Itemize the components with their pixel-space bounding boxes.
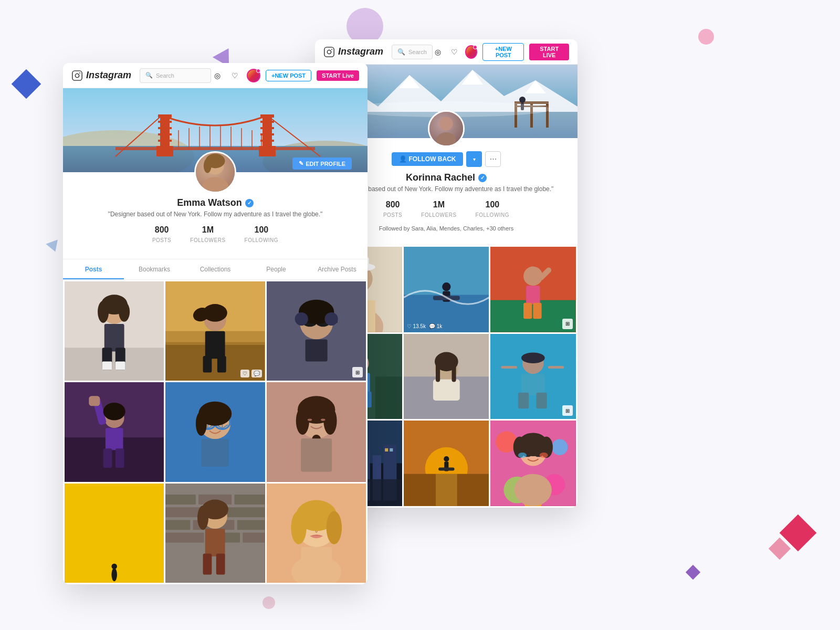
svg-point-222 [197, 506, 208, 530]
back-grid-cell-6[interactable]: ⊞ [490, 334, 576, 419]
svg-point-28 [442, 282, 450, 291]
front-search-bar[interactable]: 🔍 Search [140, 68, 211, 83]
deco-triangle-blue [46, 239, 61, 254]
svg-rect-173 [89, 396, 100, 406]
back-person-icon: 👤 [399, 155, 407, 163]
front-user-avatar[interactable] [247, 69, 260, 82]
svg-rect-81 [436, 474, 457, 506]
svg-rect-211 [165, 520, 190, 530]
tab-bookmarks[interactable]: Bookmarks [124, 259, 185, 279]
front-navbar: Instagram 🔍 Search ◎ ♡ +NEW POST START L… [63, 63, 368, 88]
front-compass-icon[interactable]: ◎ [211, 69, 224, 82]
front-profile-section: ✎ EDIT PROFILE Emma Watson ✓ "Designer b… [63, 172, 368, 259]
svg-point-191 [196, 412, 207, 436]
front-grid-cell-3[interactable]: ⊞ [267, 281, 366, 381]
svg-point-147 [119, 302, 130, 322]
back-dropdown-button[interactable]: ▾ [466, 151, 482, 167]
tab-archive-posts[interactable]: Archive Posts [307, 259, 368, 279]
svg-rect-140 [104, 324, 124, 352]
deco-circle-pink2 [262, 596, 275, 609]
svg-rect-111 [158, 127, 172, 129]
back-profile-avatar[interactable] [428, 110, 465, 147]
back-more-button[interactable]: ··· [485, 151, 501, 167]
back-heart-icon[interactable]: ♡ [449, 46, 460, 58]
back-start-live-button[interactable]: START LIVE [529, 44, 569, 60]
back-search-bar[interactable]: 🔍 Search [392, 45, 433, 59]
svg-rect-132 [116, 147, 315, 150]
front-grid-cell-8[interactable] [165, 484, 265, 583]
back-search-placeholder: Search [408, 49, 427, 55]
svg-point-19 [437, 132, 456, 145]
front-cell3-multi-icon: ⊞ [352, 367, 363, 377]
front-nav-logo: Instagram [71, 70, 131, 81]
front-tabs-bar: Posts Bookmarks Collections People Archi… [63, 259, 368, 280]
back-compass-icon[interactable]: ◎ [433, 46, 444, 58]
front-start-live-button[interactable]: START Live [317, 70, 359, 81]
svg-rect-34 [526, 286, 540, 304]
front-grid-cell-9[interactable] [267, 484, 366, 583]
front-profile-avatar[interactable] [194, 151, 236, 193]
front-grid-cell-5[interactable] [165, 382, 265, 481]
back-search-icon: 🔍 [397, 48, 405, 56]
svg-point-176 [103, 403, 125, 421]
front-grid-cell-7[interactable] [65, 484, 164, 583]
svg-point-196 [323, 407, 337, 435]
svg-point-18 [439, 117, 453, 131]
back-follow-back-button[interactable]: 👤 FOLLOW BACK [392, 152, 464, 166]
back-nav-logo: Instagram [323, 46, 383, 58]
tab-collections[interactable]: Collections [185, 259, 246, 279]
back-grid-cell-2[interactable]: ♡ 13.5k 💬 1k [404, 247, 489, 332]
svg-point-2 [331, 49, 332, 50]
back-new-post-button[interactable]: +NEW POST [482, 43, 524, 61]
svg-rect-36 [533, 303, 542, 319]
svg-point-226 [291, 511, 306, 544]
front-instagram-label: Instagram [86, 70, 131, 81]
svg-rect-229 [301, 547, 332, 575]
front-grid-cell-1[interactable] [65, 281, 164, 381]
back-verified-badge: ✓ [478, 174, 487, 182]
front-new-post-button[interactable]: +NEW POST [266, 70, 311, 81]
svg-rect-56 [518, 393, 529, 409]
front-search-placeholder: Search [156, 72, 174, 79]
svg-point-100 [514, 474, 552, 506]
svg-point-54 [521, 352, 545, 363]
front-nav-actions: ◎ ♡ +NEW POST START Live [211, 69, 359, 82]
svg-rect-51 [452, 361, 456, 382]
tab-posts[interactable]: Posts [63, 259, 124, 279]
front-posts-label: POSTS [152, 237, 171, 243]
front-grid-cell-6[interactable] [267, 382, 366, 481]
svg-point-198 [307, 419, 311, 421]
back-instagram-label: Instagram [338, 46, 383, 57]
svg-rect-153 [203, 356, 212, 373]
back-grid-cell-5[interactable] [404, 334, 489, 419]
back-cell6-multi-icon: ⊞ [562, 405, 573, 416]
svg-rect-57 [537, 393, 547, 409]
svg-rect-144 [116, 362, 125, 370]
front-heart-icon[interactable]: ♡ [229, 69, 242, 82]
front-grid-cell-4[interactable] [65, 382, 164, 481]
front-photo-grid: ♡ 💬 ⊞ [63, 280, 368, 584]
back-follow-back-label: FOLLOW BACK [409, 155, 456, 163]
svg-rect-74 [390, 448, 393, 452]
back-user-avatar[interactable] [465, 45, 477, 59]
tab-people[interactable]: People [246, 259, 307, 279]
back-grid-cell-9[interactable] [490, 421, 576, 506]
svg-rect-118 [260, 127, 274, 129]
front-edit-profile-button[interactable]: ✎ EDIT PROFILE [292, 158, 352, 170]
back-grid-cell-3[interactable]: ⊞ [490, 247, 576, 332]
svg-point-1 [327, 50, 331, 54]
back-followers-count: 1M [421, 200, 456, 209]
deco-diamond-blue [12, 69, 41, 99]
svg-rect-213 [237, 520, 265, 530]
svg-rect-218 [205, 529, 225, 556]
svg-point-88 [552, 439, 568, 456]
back-notification-dot [473, 45, 477, 49]
front-grid-cell-2[interactable]: ♡ 💬 [165, 281, 265, 381]
svg-rect-58 [501, 366, 518, 369]
svg-rect-138 [65, 348, 164, 381]
front-following-count: 100 [245, 225, 279, 235]
deco-diamond-purple [686, 565, 700, 580]
svg-point-202 [111, 568, 117, 581]
back-grid-cell-8[interactable] [404, 421, 489, 506]
back-avatar-wrap [428, 129, 465, 147]
